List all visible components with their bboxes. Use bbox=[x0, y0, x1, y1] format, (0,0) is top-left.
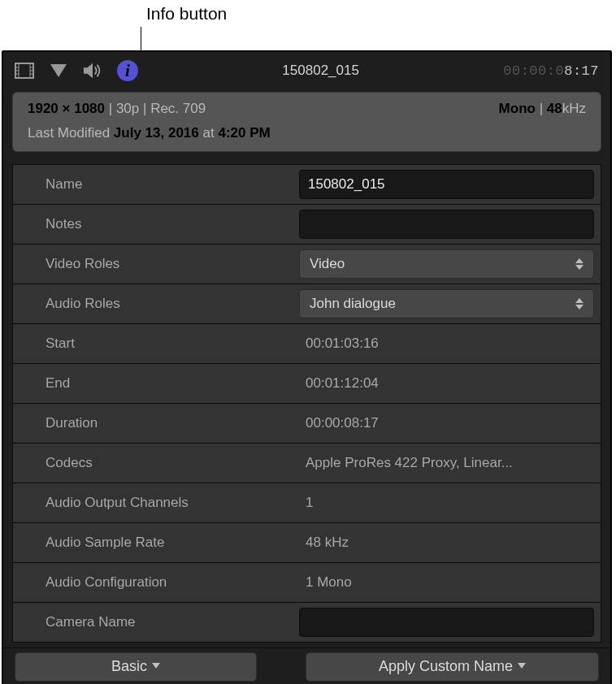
row-end: End 00:01:12:04 bbox=[13, 364, 601, 404]
metadata-view-dropdown[interactable]: Basic bbox=[15, 652, 257, 682]
info-inspector-icon[interactable]: i bbox=[117, 60, 138, 81]
svg-marker-9 bbox=[50, 64, 67, 77]
label-audio-output-channels: Audio Output Channels bbox=[13, 483, 299, 522]
info-inspector-panel: i 150802_015 00:00:08:17 1920 × 1080 | 3… bbox=[2, 50, 612, 684]
row-codecs: Codecs Apple ProRes 422 Proxy, Linear... bbox=[13, 444, 601, 483]
inspector-bottom-bar: Basic Apply Custom Name bbox=[3, 647, 610, 684]
svg-marker-10 bbox=[84, 63, 93, 78]
audio-roles-dropdown[interactable]: John dialogue bbox=[299, 289, 594, 318]
audio-inspector-icon[interactable] bbox=[83, 61, 102, 80]
label-name: Name bbox=[13, 165, 299, 204]
inspector-toolbar: i 150802_015 00:00:08:17 bbox=[3, 52, 610, 89]
apply-custom-name-dropdown[interactable]: Apply Custom Name bbox=[306, 652, 599, 682]
value-codecs: Apple ProRes 422 Proxy, Linear... bbox=[299, 455, 513, 471]
clip-duration-timecode: 00:00:08:17 bbox=[503, 63, 599, 79]
format-summary-banner: 1920 × 1080 | 30p | Rec. 709 Mono | 48kH… bbox=[12, 92, 601, 152]
notes-input[interactable] bbox=[299, 210, 594, 239]
value-duration: 00:00:08:17 bbox=[299, 415, 379, 431]
video-roles-dropdown[interactable]: Video bbox=[299, 249, 594, 279]
row-audio-configuration: Audio Configuration 1 Mono bbox=[13, 563, 601, 603]
label-video-roles: Video Roles bbox=[13, 245, 299, 284]
properties-table: Name Notes Video Roles Video bbox=[12, 164, 601, 643]
label-audio-roles: Audio Roles bbox=[13, 284, 299, 323]
row-camera-name: Camera Name bbox=[13, 603, 601, 643]
value-audio-configuration: 1 Mono bbox=[299, 574, 352, 591]
color-inspector-icon[interactable] bbox=[49, 61, 68, 80]
chevron-down-icon bbox=[152, 663, 160, 671]
label-camera-name: Camera Name bbox=[13, 603, 299, 642]
name-input[interactable] bbox=[299, 170, 594, 199]
format-row-modified: Last Modified July 13, 2016 at 4:20 PM bbox=[28, 125, 586, 141]
row-name: Name bbox=[13, 165, 601, 205]
label-end: End bbox=[13, 364, 299, 403]
row-audio-sample-rate: Audio Sample Rate 48 kHz bbox=[13, 523, 601, 563]
info-glyph: i bbox=[125, 63, 130, 80]
label-audio-sample-rate: Audio Sample Rate bbox=[13, 523, 299, 562]
row-audio-output-channels: Audio Output Channels 1 bbox=[13, 483, 601, 523]
callout-label: Info button bbox=[146, 4, 227, 24]
value-audio-sample-rate: 48 kHz bbox=[299, 535, 349, 551]
video-inspector-icon[interactable] bbox=[15, 61, 34, 80]
row-video-roles: Video Roles Video bbox=[13, 245, 601, 284]
label-notes: Notes bbox=[13, 205, 299, 244]
label-duration: Duration bbox=[13, 404, 299, 443]
format-row-video-audio: 1920 × 1080 | 30p | Rec. 709 Mono | 48kH… bbox=[28, 101, 586, 117]
row-start: Start 00:01:03:16 bbox=[13, 324, 601, 364]
label-start: Start bbox=[13, 324, 299, 363]
value-start: 00:01:03:16 bbox=[299, 336, 379, 352]
value-audio-output-channels: 1 bbox=[299, 495, 313, 511]
row-duration: Duration 00:00:08:17 bbox=[13, 404, 601, 444]
chevron-down-icon bbox=[518, 663, 526, 671]
camera-name-input[interactable] bbox=[299, 608, 594, 637]
row-notes: Notes bbox=[13, 205, 601, 245]
label-codecs: Codecs bbox=[13, 444, 299, 483]
label-audio-configuration: Audio Configuration bbox=[13, 563, 299, 602]
row-audio-roles: Audio Roles John dialogue bbox=[13, 284, 601, 324]
chevron-updown-icon bbox=[575, 298, 583, 310]
clip-title: 150802_015 bbox=[153, 63, 488, 79]
chevron-updown-icon bbox=[575, 258, 583, 270]
value-end: 00:01:12:04 bbox=[299, 375, 379, 392]
